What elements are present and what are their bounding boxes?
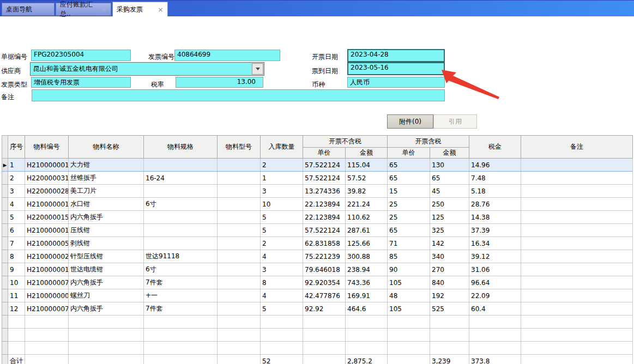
cell-seq[interactable]: 4 xyxy=(8,198,25,211)
tab-purchase-invoice[interactable]: 采购发票 × xyxy=(112,2,168,16)
cell-qty-in[interactable]: 2 xyxy=(261,237,303,250)
cell-unit-price-excl[interactable] xyxy=(303,355,346,364)
row-indicator[interactable] xyxy=(2,198,8,211)
cell-tax[interactable]: 16.34 xyxy=(469,237,521,250)
cell-item-spec[interactable]: 6寸 xyxy=(144,198,218,211)
cell-unit-price-excl[interactable] xyxy=(303,342,346,355)
cell-item-spec[interactable] xyxy=(144,329,218,342)
cell-unit-price-incl[interactable]: 25 xyxy=(388,198,430,211)
cell-unit-price-incl[interactable]: 65 xyxy=(388,159,430,172)
cell-item-model[interactable] xyxy=(218,237,261,250)
cell-seq[interactable]: 12 xyxy=(8,302,25,316)
table-row[interactable]: 3H2200000286美工刀片313.27433639.8215455.18 xyxy=(2,185,633,198)
cell-qty-in[interactable] xyxy=(261,342,303,355)
cell-unit-price-excl[interactable]: 57.522124 xyxy=(303,172,346,185)
cell-amount-incl[interactable] xyxy=(430,316,469,329)
cell-amount-excl[interactable]: 115.04 xyxy=(346,159,388,172)
cell-item-model[interactable] xyxy=(218,198,261,211)
cell-unit-price-excl[interactable]: 62.831858 xyxy=(303,237,346,250)
cell-qty-in[interactable]: 1 xyxy=(261,172,303,185)
cell-amount-incl[interactable] xyxy=(430,342,469,355)
cell-qty-in[interactable]: 10 xyxy=(261,198,303,211)
cell-seq[interactable]: 10 xyxy=(8,276,25,289)
cell-amount-incl[interactable]: 3,239 xyxy=(430,355,469,364)
cell-item-code[interactable]: H2100000018 xyxy=(25,159,69,172)
cell-amount-incl[interactable]: 45 xyxy=(430,185,469,198)
cell-remark[interactable] xyxy=(521,172,633,185)
cell-item-name[interactable]: 内六角扳手 xyxy=(69,211,144,224)
table-empty-row[interactable] xyxy=(2,342,633,355)
row-indicator[interactable] xyxy=(2,237,8,250)
cell-amount-incl[interactable] xyxy=(430,329,469,342)
cell-seq[interactable] xyxy=(8,316,25,329)
table-row[interactable]: 7H2100000052剥线钳262.831858125.667114216.3… xyxy=(2,237,633,250)
cell-qty-in[interactable]: 4 xyxy=(261,250,303,263)
cell-seq[interactable]: 合计 xyxy=(8,355,25,364)
cell-item-code[interactable]: H2100000021 xyxy=(25,250,69,263)
cell-amount-incl[interactable]: 125 xyxy=(430,211,469,224)
cell-item-name[interactable]: 内六角扳手 xyxy=(69,276,144,289)
cell-item-spec[interactable] xyxy=(144,211,218,224)
cell-unit-price-excl[interactable]: 22.123894 xyxy=(303,211,346,224)
table-row[interactable]: 4H2100000014水口钳6寸1022.123894221.24252502… xyxy=(2,198,633,211)
cell-unit-price-excl[interactable]: 75.221239 xyxy=(303,250,346,263)
cell-qty-in[interactable] xyxy=(261,316,303,329)
cell-amount-incl[interactable]: 250 xyxy=(430,198,469,211)
cell-amount-incl[interactable]: 340 xyxy=(430,250,469,263)
cell-qty-in[interactable]: 3 xyxy=(261,263,303,276)
cell-tax[interactable] xyxy=(469,329,521,342)
cell-seq[interactable]: 3 xyxy=(8,185,25,198)
cell-qty-in[interactable]: 3 xyxy=(261,185,303,198)
cell-remark[interactable] xyxy=(521,250,633,263)
cell-remark[interactable] xyxy=(521,185,633,198)
cell-unit-price-excl[interactable]: 92.920354 xyxy=(303,276,346,289)
cell-unit-price-incl[interactable] xyxy=(388,316,430,329)
cell-unit-price-incl[interactable]: 105 xyxy=(388,302,430,316)
cell-item-spec[interactable] xyxy=(144,316,218,329)
row-indicator[interactable] xyxy=(2,211,8,224)
cell-remark[interactable] xyxy=(521,198,633,211)
cell-amount-incl[interactable]: 142 xyxy=(430,237,469,250)
cell-amount-incl[interactable]: 270 xyxy=(430,263,469,276)
cell-item-model[interactable] xyxy=(218,289,261,302)
cell-tax[interactable]: 7.48 xyxy=(469,172,521,185)
cell-amount-excl[interactable]: 221.24 xyxy=(346,198,388,211)
cell-item-name[interactable]: 螺丝刀 xyxy=(69,289,144,302)
cell-amount-excl[interactable]: 169.91 xyxy=(346,289,388,302)
cell-unit-price-excl[interactable]: 79.646018 xyxy=(303,263,346,276)
cell-seq[interactable]: 6 xyxy=(8,224,25,237)
cell-remark[interactable] xyxy=(521,329,633,342)
table-row[interactable]: 9H2100000012世达电缆钳6寸379.646018238.9490270… xyxy=(2,263,633,276)
cell-amount-excl[interactable]: 57.52 xyxy=(346,172,388,185)
cell-item-code[interactable]: H2100000016 xyxy=(25,224,69,237)
table-row[interactable]: 5H2200000151内六角扳手522.123894110.622512514… xyxy=(2,211,633,224)
cell-item-model[interactable] xyxy=(218,263,261,276)
cell-unit-price-incl[interactable]: 65 xyxy=(388,172,430,185)
cell-item-code[interactable]: H2100000014 xyxy=(25,198,69,211)
cell-unit-price-incl[interactable]: 15 xyxy=(388,185,430,198)
remark-field[interactable] xyxy=(32,89,445,101)
cell-seq[interactable]: 2 xyxy=(8,172,25,185)
cell-item-name[interactable]: 水口钳 xyxy=(69,198,144,211)
cell-item-spec[interactable] xyxy=(144,224,218,237)
cell-tax[interactable]: 14.38 xyxy=(469,211,521,224)
cell-tax[interactable]: 31.06 xyxy=(469,263,521,276)
cell-unit-price-excl[interactable]: 57.522124 xyxy=(303,224,346,237)
cell-qty-in[interactable]: 5 xyxy=(261,211,303,224)
cell-remark[interactable] xyxy=(521,289,633,302)
cell-item-name[interactable] xyxy=(69,355,144,364)
cell-unit-price-incl[interactable] xyxy=(388,355,430,364)
close-icon[interactable]: × xyxy=(98,6,107,13)
cell-remark[interactable] xyxy=(521,211,633,224)
row-indicator[interactable] xyxy=(2,185,8,198)
attachment-button[interactable]: 附件(0) xyxy=(387,114,433,129)
cell-item-name[interactable]: 内六角扳手 xyxy=(69,302,144,316)
cell-unit-price-excl[interactable]: 42.477876 xyxy=(303,289,346,302)
cell-amount-excl[interactable] xyxy=(346,329,388,342)
cell-amount-excl[interactable] xyxy=(346,316,388,329)
cell-item-code[interactable] xyxy=(25,355,69,364)
cell-remark[interactable] xyxy=(521,302,633,316)
cell-amount-excl[interactable]: 287.61 xyxy=(346,224,388,237)
cell-item-name[interactable]: 大力钳 xyxy=(69,159,144,172)
row-indicator[interactable] xyxy=(2,250,8,263)
